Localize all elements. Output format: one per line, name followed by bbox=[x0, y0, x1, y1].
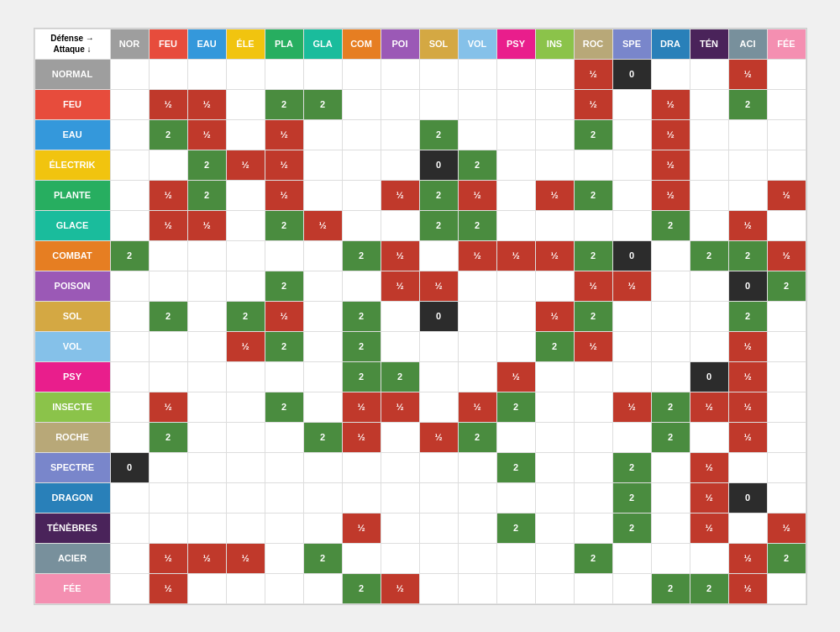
cell-14-10 bbox=[496, 482, 535, 513]
cell-14-1 bbox=[149, 482, 187, 513]
cell-3-13 bbox=[612, 150, 651, 180]
cell-1-5: 2 bbox=[303, 89, 342, 119]
col-header-dra: DRA bbox=[651, 29, 690, 59]
cell-0-1 bbox=[149, 59, 187, 89]
row-header-ele: ÉLECTRIK bbox=[34, 150, 110, 180]
table-row: SOL22½20½22 bbox=[34, 301, 806, 331]
col-header-vol: VOL bbox=[458, 29, 496, 59]
cell-7-14 bbox=[651, 271, 690, 301]
col-header-sol: SOL bbox=[419, 29, 458, 59]
cell-17-17 bbox=[767, 573, 806, 603]
table-row: SPECTRE022½ bbox=[34, 452, 806, 482]
table-row: INSECTE½2½½½2½2½½ bbox=[34, 392, 806, 422]
row-header-ins: INSECTE bbox=[34, 392, 110, 422]
cell-1-9 bbox=[458, 89, 496, 119]
cell-8-3: 2 bbox=[226, 301, 265, 331]
cell-9-10 bbox=[496, 331, 535, 361]
cell-0-10 bbox=[496, 59, 535, 89]
cell-6-14 bbox=[651, 240, 690, 271]
table-row: ACIER½½½22½2 bbox=[34, 543, 806, 573]
cell-12-15 bbox=[690, 422, 728, 452]
cell-16-16: ½ bbox=[728, 543, 767, 573]
row-header-com: COMBAT bbox=[34, 240, 110, 271]
cell-3-1 bbox=[149, 150, 187, 180]
header-row: Défense → Attaque ↓ NORFEUEAUÉLEPLAGLACO… bbox=[34, 29, 806, 59]
cell-8-0 bbox=[110, 301, 149, 331]
row-header-gla: GLACE bbox=[34, 210, 110, 240]
cell-11-14: 2 bbox=[651, 392, 690, 422]
cell-3-7 bbox=[381, 150, 419, 180]
cell-3-4: ½ bbox=[265, 150, 303, 180]
cell-7-4: 2 bbox=[265, 271, 303, 301]
cell-1-17 bbox=[767, 89, 806, 119]
cell-17-10 bbox=[496, 573, 535, 603]
cell-11-11 bbox=[535, 392, 574, 422]
cell-16-6 bbox=[342, 543, 381, 573]
cell-14-8 bbox=[419, 482, 458, 513]
col-header-eau: EAU bbox=[187, 29, 226, 59]
table-row: NORMAL½0½ bbox=[34, 59, 806, 89]
cell-5-5: ½ bbox=[303, 210, 342, 240]
cell-13-9 bbox=[458, 452, 496, 482]
cell-7-5 bbox=[303, 271, 342, 301]
cell-0-7 bbox=[381, 59, 419, 89]
cell-4-3 bbox=[226, 180, 265, 210]
cell-17-0 bbox=[110, 573, 149, 603]
cell-11-16: ½ bbox=[728, 392, 767, 422]
table-row: EAU2½½22½ bbox=[34, 119, 806, 150]
cell-5-17 bbox=[767, 210, 806, 240]
cell-13-0: 0 bbox=[110, 452, 149, 482]
cell-8-5 bbox=[303, 301, 342, 331]
cell-8-16: 2 bbox=[728, 301, 767, 331]
cell-5-15 bbox=[690, 210, 728, 240]
cell-13-16 bbox=[728, 452, 767, 482]
cell-7-13: ½ bbox=[612, 271, 651, 301]
cell-2-14: ½ bbox=[651, 119, 690, 150]
cell-6-5 bbox=[303, 240, 342, 271]
cell-4-16 bbox=[728, 180, 767, 210]
cell-17-8 bbox=[419, 573, 458, 603]
cell-9-12: ½ bbox=[574, 331, 612, 361]
cell-2-5 bbox=[303, 119, 342, 150]
cell-4-7: ½ bbox=[381, 180, 419, 210]
cell-1-1: ½ bbox=[149, 89, 187, 119]
cell-5-9: 2 bbox=[458, 210, 496, 240]
cell-17-14: 2 bbox=[651, 573, 690, 603]
cell-4-0 bbox=[110, 180, 149, 210]
cell-14-7 bbox=[381, 482, 419, 513]
cell-1-12: ½ bbox=[574, 89, 612, 119]
cell-12-12 bbox=[574, 422, 612, 452]
cell-13-17 bbox=[767, 452, 806, 482]
cell-10-0 bbox=[110, 361, 149, 392]
cell-13-10: 2 bbox=[496, 452, 535, 482]
table-row: ROCHE22½½22½ bbox=[34, 422, 806, 452]
cell-17-6: 2 bbox=[342, 573, 381, 603]
cell-9-15 bbox=[690, 331, 728, 361]
cell-12-11 bbox=[535, 422, 574, 452]
cell-4-14: ½ bbox=[651, 180, 690, 210]
cell-7-11 bbox=[535, 271, 574, 301]
cell-0-11 bbox=[535, 59, 574, 89]
cell-3-6 bbox=[342, 150, 381, 180]
cell-9-9 bbox=[458, 331, 496, 361]
cell-10-4 bbox=[265, 361, 303, 392]
cell-11-2 bbox=[187, 392, 226, 422]
cell-4-5 bbox=[303, 180, 342, 210]
cell-13-7 bbox=[381, 452, 419, 482]
cell-16-9 bbox=[458, 543, 496, 573]
cell-2-1: 2 bbox=[149, 119, 187, 150]
cell-13-6 bbox=[342, 452, 381, 482]
cell-14-16: 0 bbox=[728, 482, 767, 513]
row-header-dra: DRAGON bbox=[34, 482, 110, 513]
cell-0-2 bbox=[187, 59, 226, 89]
cell-10-3 bbox=[226, 361, 265, 392]
cell-2-13 bbox=[612, 119, 651, 150]
cell-17-3 bbox=[226, 573, 265, 603]
cell-5-14: 2 bbox=[651, 210, 690, 240]
cell-2-16 bbox=[728, 119, 767, 150]
cell-4-1: ½ bbox=[149, 180, 187, 210]
cell-12-5: 2 bbox=[303, 422, 342, 452]
cell-15-9 bbox=[458, 513, 496, 543]
cell-0-15 bbox=[690, 59, 728, 89]
cell-10-6: 2 bbox=[342, 361, 381, 392]
